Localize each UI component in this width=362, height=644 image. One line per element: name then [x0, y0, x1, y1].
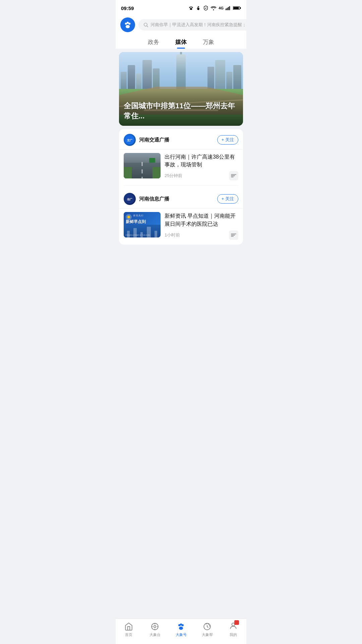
news-time-2: 1小时前 [165, 232, 180, 238]
hero-banner[interactable]: 全国城市中排第11位——郑州去年常住... [119, 52, 243, 126]
tv-icon [150, 622, 159, 631]
svg-rect-39 [235, 621, 238, 624]
follow-button-2[interactable]: + 关注 [217, 194, 238, 204]
news-item-1[interactable]: 出行河南｜许广高速38公里有事故，现场管制 25分钟前 [119, 149, 243, 185]
paw-nav-icon [177, 622, 185, 631]
notification-badge [234, 620, 239, 625]
svg-rect-25 [231, 235, 235, 235]
nav-mine-label: 我的 [230, 632, 237, 637]
search-placeholder: 河南你早｜甲流进入高发期！河南疾控紧急提醒；... [150, 22, 246, 28]
svg-point-11 [125, 22, 127, 24]
news-content-1: 出行河南｜许广高速38公里有事故，现场管制 25分钟前 [165, 153, 238, 180]
shield-status-icon [203, 5, 208, 11]
svg-rect-9 [240, 7, 241, 9]
traffic-logo-icon: 交广 [125, 135, 135, 145]
source-name-1: 河南交通广播 [139, 137, 217, 143]
bottom-nav: 首页 大象台 大象号 [116, 619, 246, 644]
nav-daxiang-label: 大象号 [176, 632, 187, 637]
network-type: 4G [219, 6, 224, 10]
follow-button-1[interactable]: + 关注 [217, 135, 238, 145]
user-icon [229, 622, 238, 631]
source-logo-1[interactable]: 交广 [124, 134, 136, 146]
nav-daxiang[interactable]: 大象号 [171, 622, 191, 637]
svg-point-12 [127, 22, 129, 24]
status-bar: 09:59 4G [116, 0, 246, 15]
wifi-status-icon [210, 6, 217, 10]
tab-media[interactable]: 媒体 [175, 38, 187, 49]
more-button-2[interactable] [229, 230, 238, 240]
info-logo-icon: 信广 [125, 194, 135, 204]
more-icon-2 [231, 233, 236, 237]
svg-point-13 [128, 22, 130, 24]
status-icons: 4G [188, 5, 241, 11]
app-logo[interactable] [120, 17, 135, 32]
news-thumb-1 [124, 153, 161, 178]
svg-point-3 [190, 8, 192, 10]
news-time-1: 25分钟前 [165, 173, 182, 179]
svg-rect-24 [231, 233, 236, 234]
svg-point-28 [154, 626, 156, 628]
svg-rect-4 [226, 9, 226, 10]
home-icon [124, 622, 133, 631]
svg-text:交广: 交广 [127, 139, 132, 142]
news-footer-2: 1小时前 [165, 230, 238, 240]
news-title-1: 出行河南｜许广高速38公里有事故，现场管制 [165, 153, 238, 168]
logo-paw-icon [123, 20, 132, 30]
svg-rect-5 [227, 8, 228, 10]
news-title-2: 新鲜资讯 早点知道｜河南能开展日间手术的医院已达 [165, 212, 238, 227]
hero-title: 全国城市中排第11位——郑州去年常住... [124, 101, 238, 121]
signal-icon [226, 6, 231, 10]
svg-point-35 [182, 624, 184, 626]
source-name-2: 河南信息广播 [139, 196, 217, 202]
nav-help[interactable]: 大象帮 [197, 622, 217, 637]
source-logo-2[interactable]: 信广 [124, 193, 136, 205]
more-button-1[interactable] [229, 171, 238, 180]
search-bar[interactable]: 河南你早｜甲流进入高发期！河南疾控紧急提醒；... [138, 19, 246, 31]
nav-tv-label: 大象台 [149, 632, 161, 637]
news-item-2[interactable]: 资讯先行 新鲜早点到 FM105.6 FM97.8 7:00-8:00 新鲜资讯… [119, 208, 243, 244]
svg-rect-26 [231, 236, 234, 236]
news-source-header-1: 交广 河南交通广播 + 关注 [119, 129, 243, 149]
svg-point-0 [189, 7, 190, 8]
nav-tv[interactable]: 大象台 [145, 622, 165, 637]
nav-help-label: 大象帮 [202, 632, 213, 637]
tab-bar: 政务 媒体 万象 [116, 36, 246, 49]
tab-politics[interactable]: 政务 [148, 38, 159, 49]
svg-rect-6 [228, 7, 229, 10]
nav-mine[interactable]: 我的 [223, 622, 243, 637]
svg-rect-19 [231, 174, 236, 175]
more-icon-1 [231, 174, 236, 178]
refresh-icon [203, 622, 212, 631]
header: 河南你早｜甲流进入高发期！河南疾控紧急提醒；... [116, 15, 246, 36]
status-time: 09:59 [121, 5, 134, 11]
paw-status-icon [188, 5, 194, 11]
search-icon [143, 22, 148, 28]
svg-point-2 [192, 7, 193, 8]
battery-icon [233, 6, 241, 10]
news-thumb-2: 资讯先行 新鲜早点到 FM105.6 FM97.8 7:00-8:00 [124, 212, 161, 237]
news-content-2: 新鲜资讯 早点知道｜河南能开展日间手术的医院已达 1小时前 [165, 212, 238, 239]
svg-rect-7 [229, 6, 230, 10]
svg-rect-20 [231, 175, 235, 176]
svg-text:信广: 信广 [127, 198, 132, 201]
svg-rect-21 [231, 177, 234, 177]
news-footer-1: 25分钟前 [165, 171, 238, 180]
svg-line-16 [147, 26, 148, 27]
tab-world[interactable]: 万象 [203, 38, 214, 49]
nav-home[interactable]: 首页 [119, 622, 139, 637]
hero-overlay: 全国城市中排第11位——郑州去年常住... [119, 91, 243, 126]
svg-point-15 [144, 23, 147, 26]
news-divider [124, 185, 238, 185]
svg-point-36 [179, 627, 183, 630]
news-source-header-2: 信广 河南信息广播 + 关注 [119, 188, 243, 208]
svg-rect-10 [233, 7, 239, 9]
news-section: 交广 河南交通广播 + 关注 [119, 129, 243, 245]
hand-status-icon [196, 5, 201, 11]
svg-point-1 [191, 6, 192, 7]
svg-point-14 [126, 25, 130, 28]
nav-home-label: 首页 [125, 632, 132, 637]
